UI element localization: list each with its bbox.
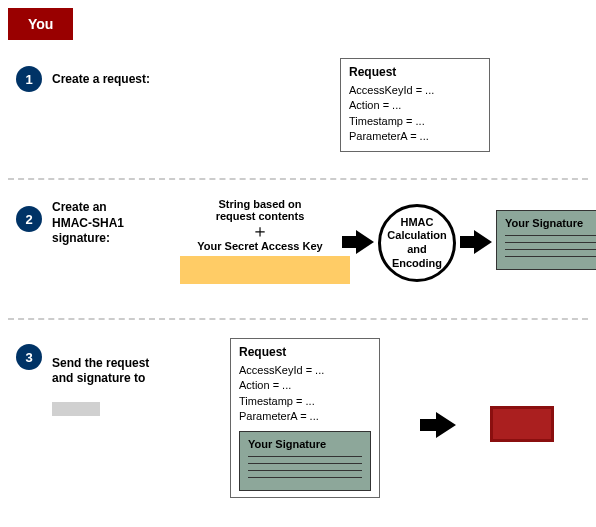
- hmac-inputs-column: String based on request contents ＋ Your …: [180, 198, 340, 284]
- request-box-step3: Request AccessKeyId = ... Action = ... T…: [230, 338, 380, 498]
- signature-title: Your Signature: [505, 217, 596, 229]
- svg-marker-1: [460, 230, 492, 254]
- step-1-circle: 1: [16, 66, 42, 92]
- request-box-step1: Request AccessKeyId = ... Action = ... T…: [340, 58, 490, 152]
- request-line: ParameterA = ...: [349, 129, 481, 144]
- request-line: AccessKeyId = ...: [349, 83, 481, 98]
- step-3-circle: 3: [16, 344, 42, 370]
- destination-redacted: [52, 402, 100, 416]
- signature-line: [505, 256, 596, 257]
- signature-box-step3: Your Signature: [239, 431, 371, 491]
- request-line: Action = ...: [239, 378, 371, 393]
- request-line: AccessKeyId = ...: [239, 363, 371, 378]
- signature-line: [248, 456, 362, 457]
- signature-line: [248, 463, 362, 464]
- step-2-label: Create an HMAC-SHA1 signature:: [52, 200, 142, 247]
- step-3-label-text: Send the request and signature to: [52, 356, 149, 386]
- signature-box-step2: Your Signature: [496, 210, 596, 270]
- signature-line: [248, 477, 362, 478]
- hmac-circle: HMAC Calculation and Encoding: [378, 204, 456, 282]
- hmac-input-top: String based on request contents: [180, 198, 340, 222]
- step-1-label: Create a request:: [52, 72, 150, 88]
- request-line: Action = ...: [349, 98, 481, 113]
- destination-server-icon: [490, 406, 554, 442]
- svg-marker-0: [342, 230, 374, 254]
- request-box-title: Request: [349, 65, 481, 79]
- divider: [8, 318, 588, 320]
- signature-line: [505, 235, 596, 236]
- arrow-right-icon: [420, 410, 456, 440]
- you-badge: You: [8, 8, 73, 40]
- signature-title: Your Signature: [248, 438, 362, 450]
- svg-marker-2: [420, 412, 456, 438]
- request-line: Timestamp = ...: [239, 394, 371, 409]
- step-2-circle: 2: [16, 206, 42, 232]
- step-3-label: Send the request and signature to: [52, 340, 172, 421]
- secret-key-redacted: [180, 256, 350, 284]
- arrow-right-icon: [342, 228, 374, 256]
- request-line: ParameterA = ...: [239, 409, 371, 424]
- request-box-title: Request: [239, 345, 371, 359]
- signature-line: [505, 242, 596, 243]
- request-line: Timestamp = ...: [349, 114, 481, 129]
- arrow-right-icon: [460, 228, 492, 256]
- signature-line: [248, 470, 362, 471]
- divider: [8, 178, 588, 180]
- hmac-input-bottom: Your Secret Access Key: [180, 240, 340, 252]
- signature-line: [505, 249, 596, 250]
- plus-icon: ＋: [180, 222, 340, 240]
